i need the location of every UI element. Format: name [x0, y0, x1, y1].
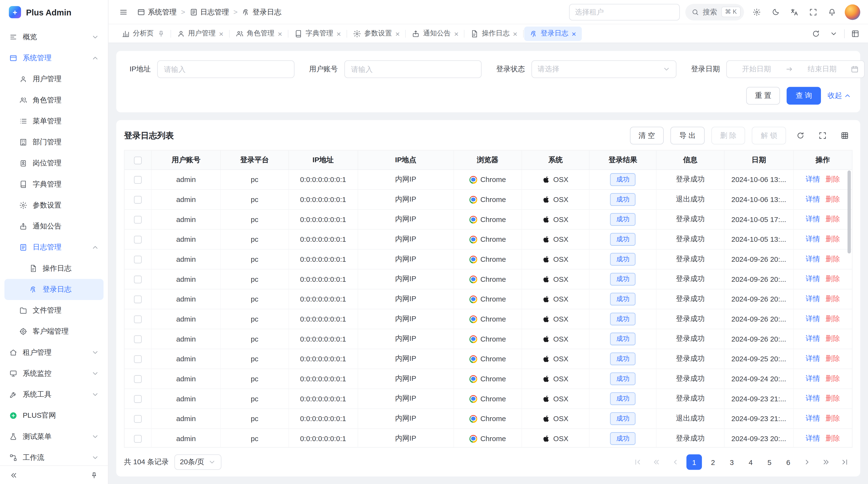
detail-link[interactable]: 详情 [806, 374, 820, 384]
delete-link[interactable]: 删除 [826, 333, 840, 344]
tab-user-mgmt[interactable]: 用户管理× [172, 26, 229, 41]
sidebar-item-overview[interactable]: 概览 [4, 27, 103, 47]
prev-page-button[interactable] [668, 454, 683, 470]
row-checkbox[interactable] [134, 236, 142, 244]
next-page-button[interactable] [799, 454, 815, 470]
column-setting-button[interactable] [837, 128, 852, 143]
sidebar-item-system-mgmt[interactable]: 系统管理 [4, 47, 103, 68]
row-checkbox[interactable] [134, 216, 142, 223]
last-page-button[interactable] [837, 454, 852, 470]
detail-link[interactable]: 详情 [806, 433, 820, 443]
forward-5-pages-button[interactable] [818, 454, 834, 470]
detail-link[interactable]: 详情 [806, 294, 820, 304]
detail-link[interactable]: 详情 [806, 393, 820, 403]
delete-link[interactable]: 删除 [826, 354, 840, 363]
row-checkbox[interactable] [134, 176, 142, 184]
page-button-2[interactable]: 2 [705, 454, 721, 470]
row-checkbox[interactable] [134, 375, 142, 383]
close-icon[interactable]: × [572, 30, 576, 37]
dark-mode-button[interactable] [768, 5, 783, 19]
detail-link[interactable]: 详情 [806, 314, 820, 324]
detail-link[interactable]: 详情 [806, 354, 820, 363]
row-checkbox[interactable] [134, 315, 142, 323]
delete-link[interactable]: 删除 [826, 174, 840, 184]
sidebar-item-op-log[interactable]: 操作日志 [4, 258, 103, 279]
row-checkbox[interactable] [134, 415, 142, 423]
detail-link[interactable]: 详情 [806, 333, 820, 344]
row-checkbox[interactable] [134, 276, 142, 283]
menu-toggle-button[interactable] [116, 5, 131, 19]
select-all-checkbox[interactable] [134, 156, 142, 164]
page-button-3[interactable]: 3 [724, 454, 740, 470]
row-checkbox[interactable] [134, 196, 142, 203]
delete-link[interactable]: 删除 [826, 314, 840, 324]
table-scrollbar[interactable] [847, 170, 851, 445]
row-checkbox[interactable] [134, 435, 142, 443]
sidebar-item-file-mgmt[interactable]: 文件管理 [4, 300, 103, 321]
scrollbar-thumb[interactable] [847, 170, 851, 253]
ip-input[interactable] [157, 60, 294, 78]
sidebar-item-login-log[interactable]: 登录日志 [4, 279, 103, 300]
delete-link[interactable]: 删除 [826, 194, 840, 204]
breadcrumb-item[interactable]: 日志管理 [190, 7, 229, 17]
sidebar-item-sys-tools[interactable]: 系统工具 [4, 384, 103, 405]
row-checkbox[interactable] [134, 256, 142, 263]
delete-link[interactable]: 删除 [826, 214, 840, 224]
sidebar-item-tenant-mgmt[interactable]: 租户管理 [4, 342, 103, 363]
delete-link[interactable]: 删除 [826, 234, 840, 244]
status-select[interactable]: 请选择 [532, 60, 677, 78]
unlock-button[interactable]: 解 锁 [752, 127, 786, 144]
refresh-tab-button[interactable] [809, 26, 823, 41]
detail-link[interactable]: 详情 [806, 234, 820, 244]
sidebar-item-notice[interactable]: 通知公告 [4, 216, 103, 237]
tab-dict-mgmt[interactable]: 字典管理× [289, 26, 346, 41]
sidebar-item-param-settings[interactable]: 参数设置 [4, 195, 103, 216]
close-icon[interactable]: × [219, 30, 223, 37]
breadcrumb-item[interactable]: 系统管理 [137, 7, 177, 17]
first-page-button[interactable] [630, 454, 646, 470]
refresh-table-button[interactable] [793, 128, 808, 143]
sidebar-item-log-mgmt[interactable]: 日志管理 [4, 237, 103, 258]
global-search-button[interactable]: 搜索 ⌘ K [685, 4, 744, 20]
close-icon[interactable]: × [278, 30, 282, 37]
layout-setting-button[interactable] [848, 26, 863, 41]
export-button[interactable]: 导 出 [671, 127, 705, 144]
sidebar-item-test-menu[interactable]: 测试菜单 [4, 426, 103, 447]
detail-link[interactable]: 详情 [806, 194, 820, 204]
tab-op-log[interactable]: 操作日志× [465, 26, 523, 41]
sidebar-pin-button[interactable] [87, 468, 101, 482]
close-icon[interactable]: × [337, 30, 341, 37]
query-button[interactable]: 查 询 [787, 87, 821, 104]
delete-link[interactable]: 删除 [826, 433, 840, 443]
pin-icon[interactable] [157, 30, 165, 37]
delete-link[interactable]: 删除 [826, 374, 840, 384]
user-avatar[interactable] [845, 4, 860, 20]
detail-link[interactable]: 详情 [806, 413, 820, 423]
page-size-select[interactable]: 20条/页 [174, 454, 221, 470]
sidebar-item-dict-mgmt[interactable]: 字典管理 [4, 174, 103, 195]
clear-button[interactable]: 清 空 [630, 127, 664, 144]
row-checkbox[interactable] [134, 335, 142, 343]
language-button[interactable] [787, 5, 802, 19]
tenant-select-input[interactable] [575, 8, 674, 16]
row-checkbox[interactable] [134, 355, 142, 363]
delete-link[interactable]: 删除 [826, 254, 840, 264]
date-range-picker[interactable]: 开始日期 结束日期 [726, 60, 865, 78]
delete-link[interactable]: 删除 [826, 393, 840, 403]
delete-link[interactable]: 删除 [826, 294, 840, 304]
delete-link[interactable]: 删除 [826, 413, 840, 423]
sidebar-item-sys-monitor[interactable]: 系统监控 [4, 363, 103, 384]
notifications-button[interactable] [825, 5, 839, 19]
back-5-pages-button[interactable] [649, 454, 664, 470]
row-checkbox[interactable] [134, 395, 142, 403]
fullscreen-table-button[interactable] [815, 128, 830, 143]
detail-link[interactable]: 详情 [806, 174, 820, 184]
sidebar-item-workflow[interactable]: 工作流 [4, 447, 103, 465]
sidebar-item-dept-mgmt[interactable]: 部门管理 [4, 132, 103, 153]
sidebar-item-post-mgmt[interactable]: 岗位管理 [4, 153, 103, 174]
sidebar-item-user-mgmt[interactable]: 用户管理 [4, 69, 103, 90]
tab-role-mgmt[interactable]: 角色管理× [230, 26, 288, 41]
account-input[interactable] [345, 60, 482, 78]
page-button-6[interactable]: 6 [780, 454, 796, 470]
sidebar-item-role-mgmt[interactable]: 角色管理 [4, 90, 103, 110]
